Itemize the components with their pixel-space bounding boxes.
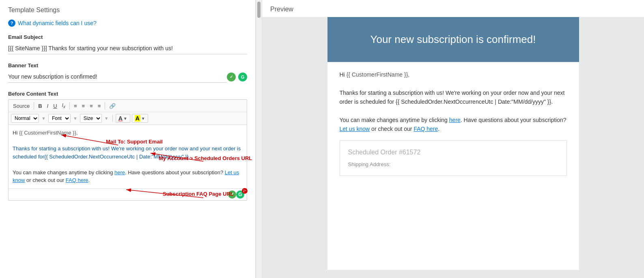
left-panel: Template Settings ? What dynamic fields … [0,0,256,278]
faq-here-link[interactable]: FAQ here [66,177,88,183]
banner-text-section: Banner Text ✓ G [8,62,247,83]
email-subject-input[interactable] [8,43,247,54]
scheduled-order-box: Scheduled Order #61572 Shipping Address: [340,140,567,176]
font-color-a-label: A [118,115,123,122]
editor-footer: ✓ G 2+ [9,188,247,200]
toolbar-sep-3 [105,102,105,109]
email-preview: Your new subscription is confirmed! Hi {… [327,17,579,270]
preview-content: Your new subscription is confirmed! Hi {… [262,17,644,278]
italic-btn[interactable]: I [45,102,51,110]
email-greeting: Hi {{ CustomerFirstName }}, [340,70,567,79]
email-body: Hi {{ CustomerFirstName }}, Thanks for s… [327,62,579,184]
preview-let-us-know-link[interactable]: Let us know [340,126,370,132]
preview-faq-link[interactable]: FAQ here [414,126,438,132]
align-left-btn[interactable]: ≡ [72,102,79,110]
banner-text-input[interactable] [8,71,227,83]
email-para2: You can make changes anytime by clicking… [340,115,567,134]
toolbar-sep-4 [112,115,113,122]
before-content-section: Before Content Text Source B I U Ix ≡ ≡ … [8,91,247,201]
grammarly-badge: 2+ [242,188,248,194]
email-banner-text: Your new subscription is confirmed! [327,17,579,62]
email-subject-section: Email Subject [8,34,247,54]
bg-color-dropdown-icon: ▼ [141,116,145,121]
here-link[interactable]: here [114,169,125,175]
font-select[interactable]: Font [48,114,71,123]
scroll-divider [256,0,262,278]
bg-color-a-label: A [135,115,140,122]
bg-color-btn[interactable]: A ▼ [132,114,148,123]
email-subject-label: Email Subject [8,34,247,40]
editor-line-1: Hi {{ CustomerFirstName }}, [13,129,243,137]
font-color-btn[interactable]: A ▼ [116,114,130,123]
email-para1: Thanks for starting a subscription with … [340,88,567,107]
editor-toolbar-row1: Source B I U Ix ≡ ≡ ≡ ≡ 🔗 [9,100,247,112]
editor-line-2: Thanks for starting a subscription with … [13,145,243,160]
grammarly-icon[interactable]: G [238,73,247,81]
spellcheck-icon[interactable]: ✓ [227,73,236,81]
let-us-know-link[interactable]: Let us know [13,169,239,184]
shipping-address-label: Shipping Address: [348,160,558,169]
preview-customer-name-token: {{ CustomerFirstName }}, [347,71,410,78]
scheduled-order-title: Scheduled Order #61572 [348,147,558,158]
toolbar-sep-2 [69,102,70,109]
dynamic-fields-help-link[interactable]: ? What dynamic fields can I use? [8,19,247,27]
editor-spellcheck-icon[interactable]: ✓ [228,190,236,199]
bold-btn[interactable]: B [36,102,44,110]
source-btn[interactable]: Source [11,102,32,110]
editor-toolbar-row2: Normal ▼ Font ▼ Size ▼ A ▼ [9,112,247,125]
align-center-btn[interactable]: ≡ [80,102,87,110]
editor-grammarly-wrapper: G 2+ [236,190,244,199]
editor-line-3: You can make changes anytime by clicking… [13,169,243,184]
link-btn[interactable]: 🔗 [107,102,118,110]
paragraph-style-select[interactable]: Normal [11,114,39,123]
editor-content-area[interactable]: Hi {{ CustomerFirstName }}, Thanks for s… [9,125,247,188]
clear-format-btn[interactable]: Ix [60,101,67,110]
toolbar-sep-1 [34,102,34,109]
editor-wrapper: Hi {{ CustomerFirstName }}, Thanks for s… [9,125,247,188]
help-link-label: What dynamic fields can I use? [18,20,97,26]
align-justify-btn[interactable]: ≡ [96,102,103,110]
size-select[interactable]: Size [80,114,102,123]
rich-text-editor: Source B I U Ix ≡ ≡ ≡ ≡ 🔗 [8,99,247,201]
right-panel: Preview Your new subscription is confirm… [262,0,644,278]
font-color-dropdown-icon: ▼ [123,116,127,121]
editor-footer-icons: ✓ G 2+ [228,190,244,199]
align-right-btn[interactable]: ≡ [88,102,95,110]
customer-firstname-token: {{ CustomerFirstName }} [19,130,76,136]
template-settings-title: Template Settings [8,6,247,14]
banner-text-label: Banner Text [8,62,247,68]
preview-here-link[interactable]: here [449,117,461,123]
help-icon: ? [8,19,15,27]
before-content-label: Before Content Text [8,91,247,97]
preview-label: Preview [262,0,644,17]
underline-btn[interactable]: U [51,102,59,110]
scrollbar-thumb[interactable] [257,2,261,18]
